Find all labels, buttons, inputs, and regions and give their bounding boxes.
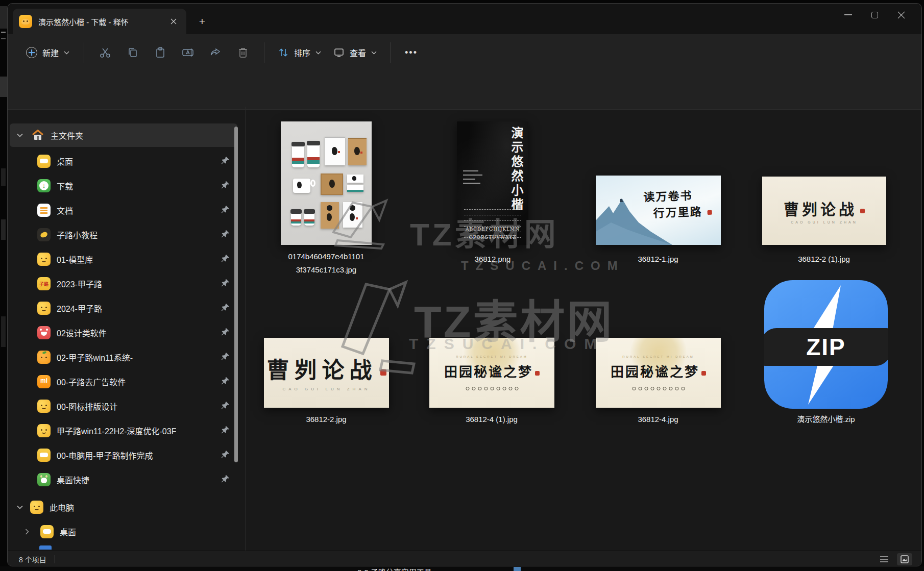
calligraphy-text: 曹刿论战	[762, 197, 886, 219]
sidebar-item-label: 00-电脑用-甲子路制作完成	[57, 449, 153, 461]
sidebar-item-02-design-software[interactable]: 02设计类软件	[10, 321, 237, 344]
file-name[interactable]: 36812-1.jpg	[597, 253, 719, 266]
file-name[interactable]: 演示悠然小楷.zip	[765, 413, 887, 426]
large-icons-view-button[interactable]	[897, 553, 912, 565]
file-thumbnail-0174[interactable]	[281, 121, 372, 245]
file-name-text: 36812-4.jpg	[638, 415, 678, 424]
share-button[interactable]	[202, 41, 229, 64]
tab-close-button[interactable]	[167, 15, 180, 28]
view-button[interactable]: 查看	[327, 42, 383, 63]
status-divider	[55, 555, 55, 563]
more-options-button[interactable]: •••	[398, 47, 425, 58]
view-icon	[333, 47, 345, 58]
poster-alphabet-1: ABCDEFGHIJKLMN	[457, 227, 528, 232]
chevron-down-icon	[315, 51, 321, 55]
file-name[interactable]: 36812-2.jpg	[265, 413, 387, 426]
delete-button[interactable]	[229, 41, 257, 64]
pin-icon	[221, 181, 230, 191]
sidebar-item-02-jiazilu-win11[interactable]: 02-甲子路win11系统-	[10, 345, 237, 369]
sidebar-item-documents[interactable]: 文档	[10, 198, 237, 222]
file-thumbnail-36812-png[interactable]: 演示悠然小楷 ABCDEFGHIJKLMN OPQRSTUVWXYZ	[457, 121, 528, 245]
new-button[interactable]: 新建	[19, 42, 77, 63]
file-thumbnail-36812-4-1[interactable]: RURAL SECRET MI DREAM 田园秘谧之梦	[429, 338, 554, 408]
jiazilu-win11-icon	[37, 351, 51, 364]
sidebar-item-label: 桌面快捷	[57, 474, 89, 486]
sidebar-item-downloads[interactable]: 下载	[10, 174, 237, 197]
cut-button[interactable]	[91, 41, 119, 64]
toolbar-divider	[390, 42, 391, 63]
file-thumbnail-zip[interactable]: ZIP	[764, 280, 888, 409]
file-thumbnail-36812-2-1[interactable]: 曹刿论战 CAO GUI LUN ZHAN	[762, 177, 886, 245]
sidebar-item-label: 甲子路win11-22H2-深度优化-03F	[57, 425, 176, 437]
close-button[interactable]	[888, 6, 914, 24]
file-thumbnail-36812-4[interactable]: RURAL SECRET MI DREAM 田园秘谧之梦	[596, 338, 721, 408]
sidebar-item-00-ad-removal[interactable]: 00-子路去广告软件	[10, 370, 237, 393]
new-button-label: 新建	[42, 46, 59, 59]
sidebar-item-label: 01-模型库	[57, 253, 93, 265]
toolbar-divider	[84, 42, 84, 63]
minimize-button[interactable]	[835, 6, 861, 24]
plus-icon	[26, 47, 37, 58]
new-tab-button[interactable]: +	[194, 14, 210, 29]
red-seal	[860, 209, 865, 213]
details-view-button[interactable]	[877, 553, 892, 565]
file-name[interactable]: 36812-4 (1).jpg	[430, 413, 553, 426]
rename-button[interactable]	[174, 41, 202, 64]
sidebar-item-2024-jiazilu[interactable]: 2024-甲子路	[10, 296, 237, 320]
pin-icon	[221, 352, 230, 363]
sort-button[interactable]: 排序	[272, 42, 327, 63]
file-name[interactable]: 36812-4.jpg	[597, 413, 719, 426]
pane-divider	[245, 107, 246, 551]
poster-text-lines	[463, 170, 483, 187]
decorative-seal-row	[466, 387, 518, 390]
window-controls	[835, 6, 914, 24]
sidebar-item-00-pc-jiazilu-done[interactable]: 00-电脑用-甲子路制作完成	[10, 443, 237, 467]
calligraphy-text: 田园秘谧之梦	[429, 361, 554, 380]
sidebar-item-zilu-tutorial[interactable]: 子路小教程	[10, 223, 237, 246]
pin-icon	[221, 377, 230, 387]
close-icon	[897, 11, 905, 19]
sidebar-scrollbar[interactable]	[234, 127, 238, 462]
maximize-button[interactable]	[861, 6, 888, 24]
pin-icon	[221, 279, 230, 289]
item-count: 8 个项目	[19, 554, 46, 564]
sidebar-item-2023-jiazilu[interactable]: 2023-甲子路	[10, 272, 237, 295]
sidebar-item-desktop-shortcut[interactable]: 桌面快捷	[10, 468, 237, 491]
sidebar-item-label: 此电脑	[50, 501, 74, 513]
sort-icon	[278, 47, 289, 58]
explorer-tab[interactable]: 演示悠然小楷 - 下载 - 释怀	[13, 9, 186, 34]
copy-button[interactable]	[119, 41, 147, 64]
sidebar-item-desktop[interactable]: 桌面	[10, 150, 237, 173]
paste-button[interactable]	[147, 41, 174, 64]
sidebar-item-01-model-library[interactable]: 01-模型库	[10, 247, 237, 271]
pin-icon	[221, 254, 230, 265]
sidebar-item-label: 02设计类软件	[57, 327, 107, 339]
pin-icon	[221, 401, 230, 412]
sidebar-item-this-pc[interactable]: 此电脑	[10, 495, 237, 519]
sidebar-item-jiazilu-win11-22h2[interactable]: 甲子路win11-22H2-深度优化-03F	[10, 419, 237, 442]
red-seal	[380, 369, 386, 376]
red-seal	[708, 210, 712, 214]
file-thumbnail-36812-1[interactable]: 读万卷书 行万里路	[596, 176, 721, 245]
jiazilu-win11-22h2-icon	[37, 424, 51, 437]
cut-icon	[99, 46, 111, 59]
caption-text: CAO GUI LUN ZHAN	[264, 387, 389, 391]
file-name-text: 36812-2.jpg	[306, 415, 346, 424]
home-icon	[31, 129, 44, 142]
calligraphy-text: 曹刿论战	[264, 352, 389, 385]
chevron-down-icon[interactable]	[17, 133, 23, 137]
sidebar-item-home[interactable]: 主文件夹	[10, 123, 237, 147]
sidebar-item-this-pc-desktop[interactable]: 桌面	[10, 520, 237, 543]
sidebar-item-label: 2023-甲子路	[57, 278, 102, 290]
chevron-right-icon[interactable]	[25, 529, 29, 535]
file-name[interactable]: 36812.png	[431, 253, 554, 266]
file-name[interactable]: 36812-2 (1).jpg	[763, 253, 885, 266]
sidebar-item-00-icon-layout[interactable]: 00-图标排版设计	[10, 394, 237, 418]
desktop-shortcut-icon	[37, 473, 51, 486]
file-thumbnail-36812-2[interactable]: 曹刿论战 CAO GUI LUN ZHAN	[264, 338, 389, 408]
file-name[interactable]: 0174b460497e4b1101 3f3745c171c3.jpg	[265, 250, 387, 277]
desktop-folder-icon	[40, 525, 54, 538]
screen: 0-0 子路分享实用工具 演示悠然小楷 - 下载 - 释怀 +	[0, 0, 924, 571]
caption-top: RURAL SECRET MI DREAM	[429, 355, 554, 358]
chevron-down-icon[interactable]	[17, 505, 23, 509]
